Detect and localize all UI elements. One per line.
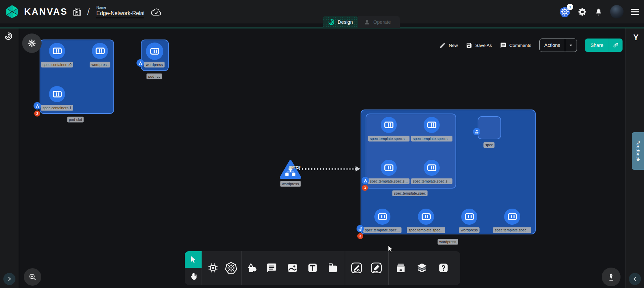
share-button-label: Share — [585, 39, 609, 52]
relationship-badge[interactable] — [473, 128, 480, 135]
edge-arrowhead — [356, 166, 360, 171]
node-container-wordpress-rcc[interactable] — [146, 43, 163, 60]
k8s-context-button[interactable]: 1 — [559, 6, 571, 17]
node-container-spec-containers-1[interactable] — [49, 86, 65, 102]
error-count-badge[interactable]: 3 — [357, 233, 363, 239]
pointer-arrow-icon — [189, 256, 197, 264]
magnifier-plus-icon — [28, 273, 37, 281]
floppy-save-icon — [466, 42, 472, 49]
feedback-tab[interactable]: Feedback — [632, 132, 644, 170]
node-container-template-1[interactable] — [381, 117, 397, 133]
design-name-label: Name — [96, 5, 144, 9]
comments-button[interactable]: Comments — [500, 42, 531, 49]
tab-design[interactable]: Design — [323, 16, 358, 28]
layout-freeze-button[interactable] — [22, 33, 42, 53]
comment-icon — [500, 42, 506, 49]
pen-settings-button[interactable] — [602, 268, 621, 286]
comment-tool-button[interactable] — [264, 261, 279, 275]
node-container-template-2[interactable] — [424, 117, 440, 133]
drawer-icon — [395, 262, 407, 274]
header-left: KANVAS / Name — [5, 0, 162, 23]
group-label: spec.template.spec — [392, 191, 428, 196]
node-label: spec.template.spec.s... — [368, 178, 410, 184]
copy-link-segment[interactable] — [609, 39, 623, 52]
actions-caret[interactable] — [565, 39, 577, 52]
help-button[interactable] — [436, 261, 451, 275]
share-button[interactable]: Share — [585, 39, 623, 52]
group-label: spec — [483, 142, 494, 148]
hamburger-menu-icon[interactable] — [631, 9, 639, 15]
kanvas-logo-icon[interactable] — [5, 4, 19, 19]
toolbar-divider — [241, 251, 242, 285]
node-container-wordpress[interactable] — [92, 43, 108, 59]
node-label: wordpress — [90, 62, 110, 68]
node-container-deploy-2[interactable] — [418, 209, 434, 225]
text-tool-button[interactable] — [305, 261, 320, 275]
relationship-badge[interactable] — [357, 225, 364, 232]
select-tool-button[interactable] — [185, 251, 202, 268]
container-icon — [53, 91, 62, 97]
kanvas-logo-text: KANVAS — [24, 7, 68, 17]
save-as-button-label: Save As — [475, 43, 492, 48]
settings-gear-icon[interactable] — [578, 7, 587, 16]
note-icon — [327, 262, 338, 274]
tab-operate[interactable]: Operate — [358, 16, 400, 28]
kubernetes-components-button[interactable] — [224, 261, 238, 275]
kanvas-app: KANVAS / Name 1 Design Operate — [0, 0, 644, 288]
meshery-spinner-icon — [4, 32, 13, 41]
new-button[interactable]: New — [439, 42, 458, 49]
edge-service-to-deployment[interactable] — [299, 168, 358, 170]
design-name-input[interactable] — [96, 10, 144, 18]
node-container-deploy-3[interactable] — [504, 209, 520, 225]
collapse-right-panel-button[interactable] — [629, 273, 641, 285]
container-icon — [427, 164, 436, 171]
kubernetes-wheel-icon — [225, 262, 237, 274]
hierarchy-icon — [35, 104, 40, 108]
node-service-wordpress[interactable] — [280, 160, 301, 179]
node-label: spec.template.spec.s... — [411, 136, 452, 142]
node-label: spec.template.spec... — [493, 227, 531, 233]
user-avatar[interactable] — [610, 5, 624, 18]
toolbar-divider — [388, 251, 389, 285]
organization-icon[interactable] — [72, 7, 82, 16]
node-container-spec-containers-0[interactable] — [49, 43, 65, 59]
container-icon — [427, 122, 436, 128]
pen-tool-icon — [351, 262, 363, 274]
node-container-template-3[interactable] — [381, 160, 397, 176]
save-as-button[interactable]: Save As — [466, 42, 492, 49]
pan-tool-button[interactable] — [186, 269, 201, 284]
designs-drawer-button[interactable] — [393, 261, 408, 275]
node-container-deploy-wordpress[interactable] — [461, 209, 477, 225]
operate-tab-label: Operate — [373, 19, 391, 25]
actions-dropdown-button[interactable]: Actions — [539, 39, 577, 52]
shapes-tool-button[interactable] — [245, 261, 260, 275]
layers-button[interactable] — [415, 261, 429, 275]
error-count-badge[interactable]: 3 — [362, 185, 368, 191]
edge-style-tool-button[interactable] — [349, 261, 364, 275]
new-button-label: New — [449, 43, 458, 48]
container-icon — [378, 213, 387, 220]
relationship-badge[interactable] — [137, 59, 144, 67]
image-tool-button[interactable] — [285, 261, 300, 275]
chip-icon — [207, 262, 219, 274]
group-spec-template-spec[interactable] — [366, 114, 456, 189]
expand-left-panel-button[interactable] — [3, 273, 15, 285]
error-count-badge[interactable]: 2 — [34, 111, 40, 117]
freehand-draw-tool-button[interactable] — [369, 261, 384, 275]
note-tool-button[interactable] — [325, 261, 340, 275]
node-label: spec.template.spec.s... — [368, 136, 410, 142]
link-icon — [613, 42, 619, 48]
shapes-icon — [247, 262, 258, 274]
relationship-badge[interactable] — [34, 102, 41, 110]
design-tab-icon — [328, 19, 335, 25]
right-rail-logo: Y — [632, 33, 640, 42]
relationship-badge[interactable] — [362, 177, 369, 184]
k8s-context-count-badge: 1 — [567, 4, 573, 10]
zoom-in-button[interactable] — [24, 268, 41, 286]
node-container-template-4[interactable] — [424, 160, 440, 176]
node-label: spec.template.spec... — [363, 227, 401, 233]
components-tool-button[interactable] — [206, 261, 220, 275]
group-spec[interactable] — [478, 116, 501, 139]
node-container-deploy-1[interactable] — [374, 209, 390, 225]
notifications-bell-icon[interactable] — [594, 8, 603, 16]
